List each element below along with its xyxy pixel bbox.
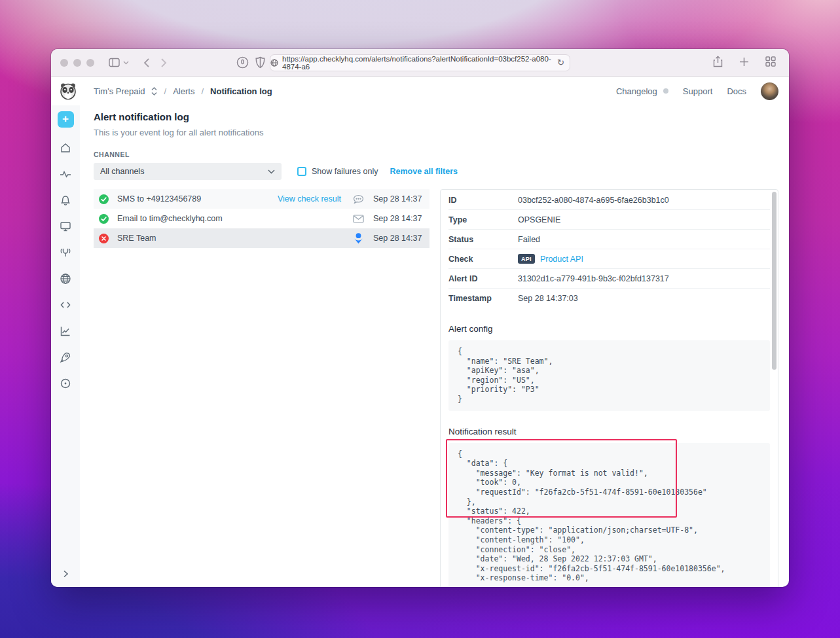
rocket-icon [60, 351, 71, 363]
view-check-result-link[interactable]: View check result [278, 194, 341, 204]
field-label: Alert ID [448, 274, 518, 283]
notification-row-email[interactable]: Email to tim@checklyhq.com Sep 28 14:37 [94, 209, 429, 228]
speech-bubble-icon [352, 194, 365, 204]
sidebar-item-dashboards[interactable] [60, 221, 71, 232]
notification-label: SRE Team [117, 234, 352, 243]
show-failures-checkbox[interactable] [297, 167, 306, 176]
tab-overview-icon[interactable] [765, 56, 776, 67]
new-tab-icon[interactable] [739, 57, 749, 67]
sidebar-item-snippets[interactable] [60, 299, 71, 311]
minimize-button[interactable] [73, 59, 81, 67]
notification-label: SMS to +49123456789 [117, 194, 278, 204]
close-button[interactable] [60, 59, 68, 67]
channel-select-value: All channels [100, 167, 144, 176]
page-subtitle: This is your event log for all alert not… [94, 128, 778, 137]
maximize-button[interactable] [86, 59, 94, 67]
field-label: Check [448, 255, 518, 264]
sidebar-toggle-icon[interactable] [109, 58, 120, 67]
shield-extension-icon[interactable] [255, 56, 265, 69]
traffic-lights [60, 59, 94, 67]
account-name[interactable]: Tim's Prepaid [94, 86, 145, 96]
field-label: Status [448, 235, 518, 244]
nav-support[interactable]: Support [683, 86, 713, 96]
success-icon [99, 214, 109, 224]
field-value: Sep 28 14:37:03 [518, 294, 578, 303]
check-link[interactable]: Product API [540, 255, 583, 264]
notification-label: Email to tim@checklyhq.com [117, 214, 352, 223]
page-title: Alert notification log [94, 111, 778, 122]
url-text: https://app.checklyhq.com/alerts/notific… [282, 55, 570, 71]
share-icon[interactable] [713, 56, 723, 67]
field-value: 31302d1c-a779-491b-9b3c-f02bfd137317 [518, 274, 669, 283]
password-extension-icon[interactable] [236, 56, 249, 69]
chevron-down-icon[interactable] [123, 61, 129, 65]
field-value: 03bcf252-a080-4874-a695-6fae26b3b1c0 [518, 196, 669, 205]
forward-button-icon[interactable] [161, 58, 167, 67]
browser-window: https://app.checklyhq.com/alerts/notific… [51, 49, 789, 587]
header-nav: Changelog Support Docs [616, 82, 778, 100]
sidebar-item-checks[interactable] [60, 168, 71, 180]
field-value: OPSGENIE [518, 215, 560, 224]
opsgenie-icon [352, 233, 365, 244]
field-label: ID [448, 196, 518, 205]
bell-icon [60, 194, 71, 206]
sidebar-item-locations[interactable] [60, 378, 71, 389]
monitor-icon [60, 221, 71, 232]
notification-time: Sep 28 14:37 [373, 234, 424, 243]
url-bar[interactable]: https://app.checklyhq.com/alerts/notific… [270, 54, 570, 71]
sidebar-item-runtimes[interactable] [60, 351, 71, 363]
field-label: Timestamp [448, 294, 518, 303]
channel-filter-label: CHANNEL [94, 151, 778, 158]
user-avatar[interactable] [761, 82, 778, 100]
app-sidebar: + [51, 105, 80, 587]
activity-icon [60, 168, 71, 180]
sidebar-item-analytics[interactable] [60, 325, 71, 337]
chart-icon [60, 325, 71, 337]
create-new-button[interactable]: + [58, 111, 74, 128]
account-switcher-icon[interactable] [151, 86, 158, 96]
back-button-icon[interactable] [143, 58, 149, 67]
chevron-down-icon [268, 169, 275, 174]
checkly-raccoon-logo[interactable] [59, 82, 77, 100]
sidebar-item-maintenance[interactable] [60, 247, 71, 258]
breadcrumb: Tim's Prepaid / Alerts / Notification lo… [94, 86, 272, 96]
failures-checkbox-label: Show failures only [312, 167, 378, 176]
breadcrumb-alerts[interactable]: Alerts [173, 86, 194, 96]
channel-select[interactable]: All channels [94, 163, 282, 180]
field-label: Type [448, 215, 518, 224]
sidebar-item-private-locations[interactable] [60, 273, 71, 285]
field-row-type: Type OPSGENIE [448, 210, 770, 230]
home-icon [60, 142, 71, 154]
failures-checkbox-wrap: Show failures only [297, 167, 378, 176]
notification-list: SMS to +49123456789 View check result Se… [94, 189, 429, 248]
notification-time: Sep 28 14:37 [373, 214, 424, 223]
browser-toolbar: https://app.checklyhq.com/alerts/notific… [51, 49, 789, 77]
code-icon [60, 299, 71, 311]
wrench-icon [60, 247, 71, 258]
breadcrumb-separator: / [201, 86, 204, 96]
sidebar-expand-icon[interactable] [61, 569, 70, 582]
field-row-check: Check API Product API [448, 249, 770, 269]
nav-docs[interactable]: Docs [727, 86, 746, 96]
sidebar-item-home[interactable] [60, 142, 71, 154]
notification-time: Sep 28 14:37 [373, 194, 424, 204]
success-icon [99, 194, 109, 204]
envelope-icon [352, 215, 365, 223]
notification-row-sms[interactable]: SMS to +49123456789 View check result Se… [94, 189, 429, 209]
notification-result-code: { "data": { "message": "Key format is no… [448, 443, 770, 587]
notification-row-sre-team[interactable]: SRE Team Sep 28 14:37 [94, 228, 429, 248]
main-content: Alert notification log This is your even… [80, 105, 789, 587]
breadcrumb-current: Notification log [210, 86, 272, 96]
globe-icon [270, 59, 278, 67]
filter-row: All channels Show failures only Remove a… [94, 163, 778, 180]
field-value: Failed [518, 235, 540, 244]
nav-changelog[interactable]: Changelog [616, 86, 657, 96]
api-type-badge: API [518, 254, 535, 264]
remove-filters-link[interactable]: Remove all filters [390, 167, 458, 176]
reload-icon[interactable]: ↻ [557, 58, 564, 67]
panel-scrollbar-thumb[interactable] [772, 192, 776, 370]
error-icon [99, 234, 109, 243]
sidebar-item-alerts[interactable] [60, 194, 71, 206]
changelog-status-dot [663, 88, 668, 94]
field-row-status: Status Failed [448, 230, 770, 249]
